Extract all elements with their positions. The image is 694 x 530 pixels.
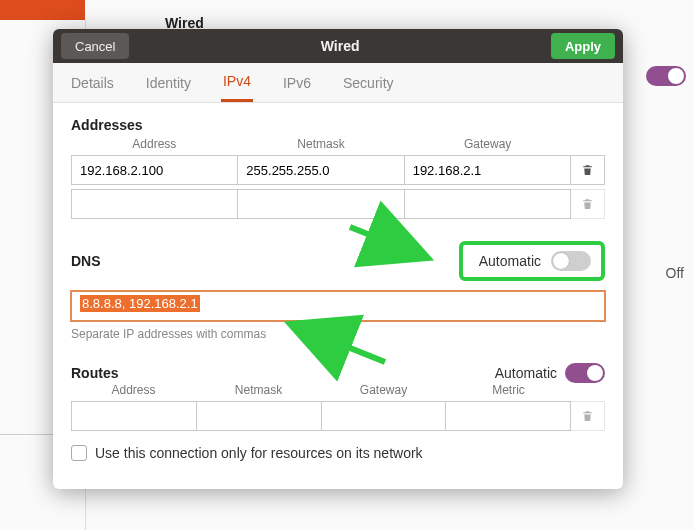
gateway-input[interactable] [405,189,571,219]
delete-row-button[interactable] [571,155,605,185]
col-gateway: Gateway [321,383,446,397]
gateway-input[interactable] [405,155,571,185]
dns-automatic-toggle[interactable] [551,251,591,271]
address-input[interactable] [71,189,238,219]
tab-ipv4[interactable]: IPv4 [221,63,253,102]
dns-automatic-label: Automatic [479,253,541,269]
only-resources-row: Use this connection only for resources o… [71,445,605,461]
bg-wired-toggle[interactable] [646,66,686,86]
titlebar: Cancel Wired Apply [53,29,623,63]
bg-accent-block [0,0,85,20]
wired-settings-dialog: Cancel Wired Apply Details Identity IPv4… [53,29,623,489]
route-gateway-input[interactable] [322,401,447,431]
address-row [71,189,605,219]
addresses-header: Address Netmask Gateway [71,137,605,151]
bg-line [0,434,55,435]
only-resources-checkbox[interactable] [71,445,87,461]
netmask-input[interactable] [238,189,404,219]
routes-automatic-label: Automatic [495,365,557,381]
route-address-input[interactable] [71,401,197,431]
address-row [71,155,605,185]
dns-title: DNS [71,253,101,269]
bg-label-off: Off [666,265,684,281]
col-address: Address [71,137,238,151]
tab-ipv6[interactable]: IPv6 [281,65,313,101]
col-address: Address [71,383,196,397]
annotation-box: Automatic [459,241,605,281]
delete-route-button [571,401,605,431]
tab-bar: Details Identity IPv4 IPv6 Security [53,63,623,103]
routes-title: Routes [71,365,118,381]
trash-icon [581,409,594,423]
ipv4-panel: Addresses Address Netmask Gateway DNS [53,103,623,489]
dns-servers-input[interactable]: 8.8.8.8, 192.168.2.1 [71,291,605,321]
routes-header-row: Routes Automatic [71,363,605,383]
tab-details[interactable]: Details [69,65,116,101]
dns-header-row: DNS Automatic [71,241,605,281]
address-input[interactable] [71,155,238,185]
col-netmask: Netmask [196,383,321,397]
trash-icon [581,163,594,177]
tab-identity[interactable]: Identity [144,65,193,101]
apply-button[interactable]: Apply [551,33,615,59]
route-netmask-input[interactable] [197,401,322,431]
routes-header: Address Netmask Gateway Metric [71,383,605,397]
col-netmask: Netmask [238,137,405,151]
bg-toggle-wrap [646,66,686,86]
routes-automatic-toggle[interactable] [565,363,605,383]
delete-row-button [571,189,605,219]
tab-security[interactable]: Security [341,65,396,101]
route-metric-input[interactable] [446,401,571,431]
route-row [71,401,605,431]
trash-icon [581,197,594,211]
routes-auto-group: Automatic [495,363,605,383]
addresses-title: Addresses [71,117,605,133]
dns-hint: Separate IP addresses with commas [71,327,605,341]
cancel-button[interactable]: Cancel [61,33,129,59]
netmask-input[interactable] [238,155,404,185]
dialog-title: Wired [321,38,360,54]
col-gateway: Gateway [404,137,571,151]
col-metric: Metric [446,383,571,397]
only-resources-label: Use this connection only for resources o… [95,445,423,461]
dns-servers-value: 8.8.8.8, 192.168.2.1 [80,295,200,312]
